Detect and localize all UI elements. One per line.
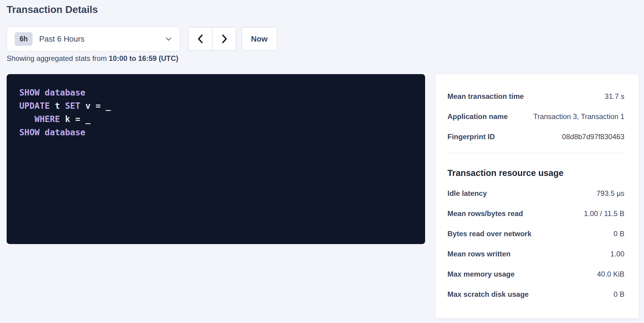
time-range-badge: 6h — [15, 32, 33, 46]
prev-time-button[interactable] — [189, 27, 212, 50]
transaction-details-page: Transaction Details 6h Past 6 Hours — [0, 0, 644, 323]
sql-line: WHERE k = _ — [19, 113, 412, 126]
aggregation-period-prefix: Showing aggregated stats from — [7, 54, 109, 62]
sql-line: UPDATE t SET v = _ — [19, 99, 412, 113]
sql-line: SHOW database — [19, 126, 412, 139]
time-range-select[interactable]: 6h Past 6 Hours — [7, 27, 180, 51]
sql-line: SHOW database — [19, 86, 412, 99]
stat-value: 08d8b7d97f830463 — [562, 133, 624, 141]
time-nav-button-group — [188, 27, 236, 51]
stat-label: Bytes read over network — [447, 230, 532, 238]
time-controls: 6h Past 6 Hours — [7, 27, 277, 51]
next-time-button[interactable] — [212, 27, 236, 50]
stat-row-bytes-read-over-network: Bytes read over network 0 B — [447, 224, 624, 244]
stat-row-max-memory-usage: Max memory usage 40.0 KiB — [447, 264, 624, 284]
chevron-right-icon — [220, 34, 229, 44]
now-button[interactable]: Now — [242, 27, 277, 51]
sql-statement-box: SHOW database UPDATE t SET v = _ WHERE k… — [7, 74, 425, 244]
stat-label: Mean transaction time — [447, 92, 524, 101]
stat-label: Idle latency — [447, 189, 487, 198]
stat-row-application-name: Application name Transaction 3, Transact… — [447, 106, 624, 127]
stat-label: Fingerprint ID — [447, 133, 495, 141]
stat-label: Application name — [447, 112, 508, 121]
stat-value: 0 B — [614, 230, 624, 238]
aggregation-period-range: 10:00 to 16:59 (UTC) — [109, 54, 178, 62]
stat-value: 1.00 — [610, 250, 624, 258]
stat-label: Mean rows/bytes read — [447, 209, 523, 218]
stat-label: Mean rows written — [447, 250, 510, 258]
stat-row-fingerprint-id: Fingerprint ID 08d8b7d97f830463 — [447, 127, 624, 147]
chevron-down-icon — [165, 35, 172, 43]
resource-usage-header: Transaction resource usage — [447, 167, 624, 179]
time-range-label: Past 6 Hours — [39, 34, 165, 44]
transaction-details-card: Mean transaction time 31.7 s Application… — [435, 74, 639, 318]
stat-value: 40.0 KiB — [597, 270, 624, 278]
stat-row-idle-latency: Idle latency 793.5 µs — [447, 183, 624, 203]
resource-usage-rows: Idle latency 793.5 µs Mean rows/bytes re… — [447, 183, 624, 304]
stat-row-mean-rows-bytes-read: Mean rows/bytes read 1.00 / 11.5 B — [447, 203, 624, 224]
stat-label: Max memory usage — [447, 270, 515, 278]
stat-row-max-scratch-disk-usage: Max scratch disk usage 0 B — [447, 284, 624, 304]
stat-row-mean-rows-written: Mean rows written 1.00 — [447, 244, 624, 264]
aggregation-period-text: Showing aggregated stats from 10:00 to 1… — [7, 54, 178, 63]
card-divider — [447, 153, 624, 153]
stat-value: Transaction 3, Transaction 1 — [533, 112, 624, 121]
page-title: Transaction Details — [7, 3, 98, 16]
chevron-left-icon — [196, 34, 205, 44]
stat-value: 0 B — [614, 290, 624, 299]
stat-value: 793.5 µs — [596, 189, 624, 198]
stat-value: 31.7 s — [605, 92, 624, 101]
stat-label: Max scratch disk usage — [447, 290, 529, 299]
stat-value: 1.00 / 11.5 B — [584, 209, 624, 218]
stat-row-mean-transaction-time: Mean transaction time 31.7 s — [447, 86, 624, 106]
